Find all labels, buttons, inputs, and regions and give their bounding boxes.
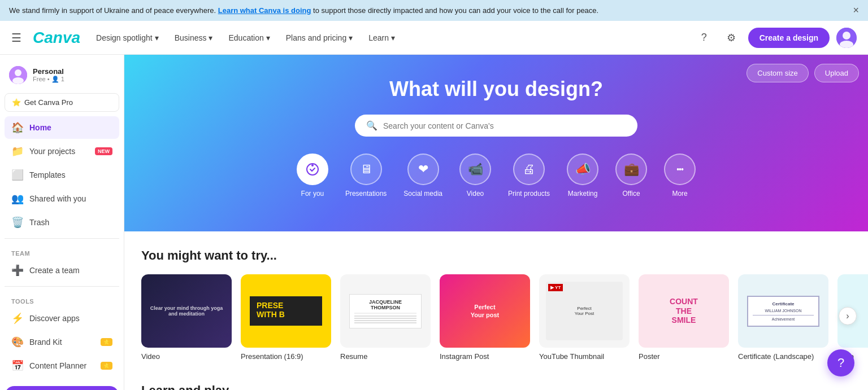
marketing-circle: 📣 — [567, 154, 598, 185]
create-design-button[interactable]: Create a design — [748, 28, 830, 48]
nav-business[interactable]: Business ▾ — [168, 29, 220, 47]
social-media-circle: ❤ — [407, 154, 439, 185]
sidebar-item-content-planner[interactable]: 📅 Content Planner ⭐ — [5, 354, 119, 377]
sidebar-item-shared[interactable]: 👥 Shared with you — [5, 187, 119, 210]
category-office[interactable]: 💼 Office — [615, 154, 647, 198]
more-circle: ••• — [664, 154, 696, 185]
category-video[interactable]: 📹 Video — [459, 154, 491, 198]
header: ☰ Canva Design spotlight ▾ Business ▾ Ed… — [0, 21, 868, 55]
hamburger-icon[interactable]: ☰ — [11, 31, 21, 45]
sidebar-item-brand-kit[interactable]: 🎨 Brand Kit ⭐ — [5, 331, 119, 353]
brand-icon: 🎨 — [11, 336, 24, 348]
learn-section-title: Learn and play — [141, 383, 851, 390]
chevron-down-icon: ▾ — [209, 33, 212, 42]
try-item-instagram[interactable]: PerfectYour post Instagram Post — [440, 274, 530, 361]
category-social-media[interactable]: ❤ Social media — [403, 154, 442, 198]
svg-point-1 — [843, 32, 850, 40]
header-right: ? ⚙ Create a design — [694, 28, 857, 48]
main-content: Custom size Upload What will you design?… — [124, 55, 868, 390]
canva-logo[interactable]: Canva — [33, 29, 80, 47]
try-item-youtube[interactable]: ▶ YT PerfectYour Post YouTube Thumbnail — [539, 274, 630, 361]
sidebar-item-trash[interactable]: 🗑️ Trash — [5, 211, 119, 234]
try-next-button[interactable]: › — [839, 306, 857, 325]
nav-plans-pricing[interactable]: Plans and pricing ▾ — [279, 29, 359, 47]
svg-point-4 — [15, 69, 21, 76]
custom-size-button[interactable]: Custom size — [747, 64, 809, 82]
try-card-poster: COUNTTHESMILE — [639, 274, 729, 348]
sidebar-item-projects[interactable]: 📁 Your projects NEW — [5, 140, 119, 163]
chevron-down-icon: ▾ — [155, 33, 159, 42]
print-circle: 🖨 — [513, 154, 545, 185]
try-card-video: Clear your mind through yoga and meditat… — [141, 274, 232, 348]
sidebar-user-info: Personal Free • 👤 1 — [33, 67, 64, 83]
try-card-certificate: Certificate WILLIAM JOHNSON Achievement — [738, 274, 828, 348]
try-item-certificate[interactable]: Certificate WILLIAM JOHNSON Achievement … — [738, 274, 828, 361]
question-icon: ? — [837, 356, 844, 370]
chevron-down-icon: ▾ — [349, 33, 353, 42]
star-icon: ⭐ — [12, 98, 21, 107]
header-nav: Design spotlight ▾ Business ▾ Education … — [89, 29, 402, 47]
avatar[interactable] — [836, 28, 857, 48]
sidebar-avatar — [9, 66, 27, 84]
for-you-circle — [297, 154, 328, 185]
banner-text: We stand firmly in support of Ukraine an… — [9, 6, 598, 15]
sidebar-section-team: Team — [5, 243, 119, 259]
search-icon: 🔍 — [366, 120, 377, 131]
chevron-down-icon: ▾ — [391, 33, 395, 42]
video-circle: 📹 — [459, 154, 491, 185]
svg-point-5 — [12, 77, 24, 84]
category-more[interactable]: ••• More — [664, 154, 696, 198]
main-layout: Personal Free • 👤 1 ⭐ Get Canva Pro 🏠 Ho… — [0, 55, 868, 390]
calendar-icon: 📅 — [11, 360, 24, 372]
search-bar: 🔍 — [355, 115, 637, 137]
folder-icon: 📁 — [11, 145, 24, 157]
sidebar-item-home[interactable]: 🏠 Home — [5, 116, 119, 139]
upload-button[interactable]: Upload — [814, 64, 859, 82]
launch-app-button[interactable]: ⬇ Launch the Canva app — [5, 386, 119, 390]
office-circle: 💼 — [615, 154, 647, 185]
sidebar-user: Personal Free • 👤 1 — [5, 62, 119, 89]
banner-link[interactable]: Learn what Canva is doing — [218, 6, 311, 15]
try-item-resume[interactable]: JACQUELINE THOMPSON Resume — [340, 274, 431, 361]
template-icon: ⬜ — [11, 169, 24, 181]
category-print-products[interactable]: 🖨 Print products — [508, 154, 550, 198]
pro-badge: ⭐ — [101, 338, 112, 346]
try-card-instagram: PerfectYour post — [440, 274, 530, 348]
try-item-poster[interactable]: COUNTTHESMILE Poster — [639, 274, 729, 361]
settings-button[interactable]: ⚙ — [721, 28, 741, 48]
banner-close-button[interactable]: × — [853, 5, 859, 16]
new-badge: NEW — [95, 147, 112, 155]
sidebar-section-tools: Tools — [5, 291, 119, 307]
sidebar-user-plan: Free • 👤 1 — [33, 76, 64, 83]
hero-section: Custom size Upload What will you design?… — [124, 55, 868, 231]
svg-point-7 — [311, 164, 314, 166]
sidebar-item-create-team[interactable]: ➕ Create a team — [5, 259, 119, 282]
try-card-youtube: ▶ YT PerfectYour Post — [539, 274, 630, 348]
help-fab-button[interactable]: ? — [827, 349, 854, 376]
help-button[interactable]: ? — [694, 28, 714, 48]
presentations-circle: 🖥 — [350, 154, 382, 185]
hero-actions: Custom size Upload — [747, 64, 859, 82]
category-for-you[interactable]: For you — [297, 154, 328, 198]
search-input[interactable] — [383, 121, 626, 130]
try-item-video[interactable]: Clear your mind through yoga and meditat… — [141, 274, 232, 361]
category-marketing[interactable]: 📣 Marketing — [567, 154, 598, 198]
home-icon: 🏠 — [11, 121, 24, 134]
add-icon: ➕ — [11, 264, 24, 277]
get-pro-button[interactable]: ⭐ Get Canva Pro — [5, 93, 119, 112]
content-area: You might want to try... Clear your mind… — [124, 231, 868, 390]
apps-icon: ⚡ — [11, 312, 24, 325]
try-card-resume: JACQUELINE THOMPSON — [340, 274, 431, 348]
try-card-presentation: PRESEWITH B — [241, 274, 331, 348]
try-section-title: You might want to try... — [141, 248, 851, 263]
try-item-presentation[interactable]: PRESEWITH B Presentation (16:9) — [241, 274, 331, 361]
nav-learn[interactable]: Learn ▾ — [362, 29, 402, 47]
sidebar-divider-1 — [5, 238, 119, 239]
nav-design-spotlight[interactable]: Design spotlight ▾ — [89, 29, 166, 47]
category-presentations[interactable]: 🖥 Presentations — [345, 154, 387, 198]
sidebar-user-name: Personal — [33, 67, 64, 76]
sidebar-item-templates[interactable]: ⬜ Templates — [5, 164, 119, 186]
announcement-banner: We stand firmly in support of Ukraine an… — [0, 0, 868, 21]
nav-education[interactable]: Education ▾ — [222, 29, 276, 47]
sidebar-item-discover-apps[interactable]: ⚡ Discover apps — [5, 307, 119, 330]
